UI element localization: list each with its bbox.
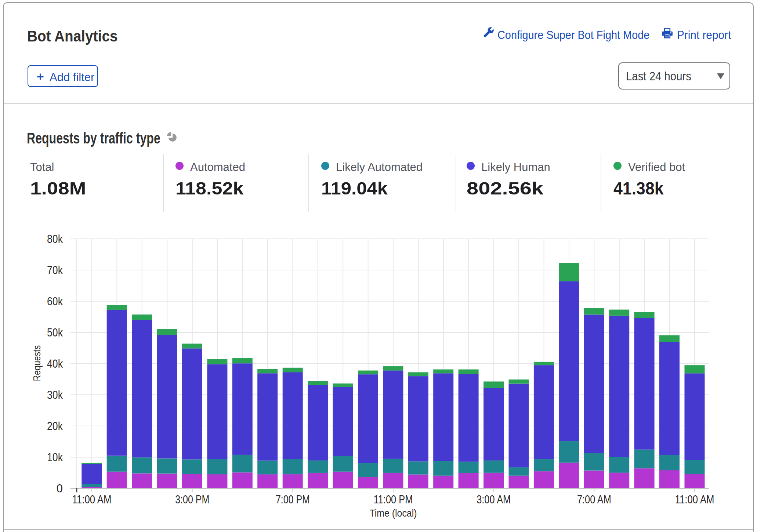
- svg-text:11:00 AM: 11:00 AM: [72, 493, 112, 506]
- svg-text:60k: 60k: [47, 295, 63, 308]
- svg-text:10k: 10k: [47, 451, 63, 464]
- svg-text:40k: 40k: [47, 357, 63, 370]
- svg-text:70k: 70k: [47, 264, 63, 277]
- svg-text:Requests: Requests: [31, 345, 43, 381]
- svg-text:3:00 PM: 3:00 PM: [175, 493, 209, 506]
- svg-text:3:00 AM: 3:00 AM: [477, 493, 511, 506]
- svg-text:0: 0: [57, 482, 63, 495]
- svg-text:11:00 AM: 11:00 AM: [675, 493, 714, 506]
- svg-text:50k: 50k: [47, 326, 63, 339]
- svg-text:20k: 20k: [47, 420, 63, 433]
- svg-text:11:00 PM: 11:00 PM: [374, 493, 413, 506]
- svg-text:7:00 AM: 7:00 AM: [577, 493, 611, 506]
- svg-text:80k: 80k: [47, 233, 63, 245]
- svg-text:7:00 PM: 7:00 PM: [276, 493, 310, 506]
- svg-text:30k: 30k: [47, 389, 63, 401]
- svg-text:Time (local): Time (local): [370, 507, 417, 519]
